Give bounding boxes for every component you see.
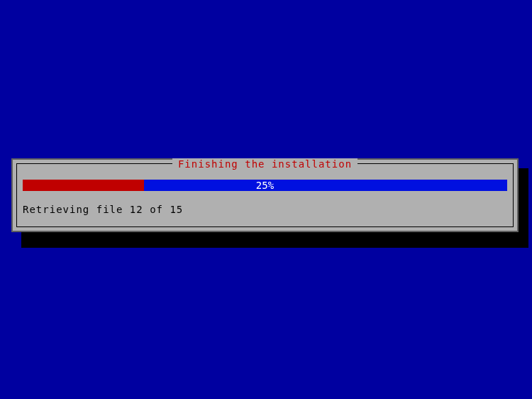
status-text: Retrieving file 12 of 15 — [23, 204, 183, 215]
dialog-title-wrapper: Finishing the installation — [17, 158, 513, 170]
dialog-border: Finishing the installation 25% Retrievin… — [16, 163, 514, 227]
dialog-title: Finishing the installation — [172, 158, 358, 170]
progress-percentage: 25% — [17, 180, 513, 191]
installation-dialog: Finishing the installation 25% Retrievin… — [11, 158, 519, 232]
